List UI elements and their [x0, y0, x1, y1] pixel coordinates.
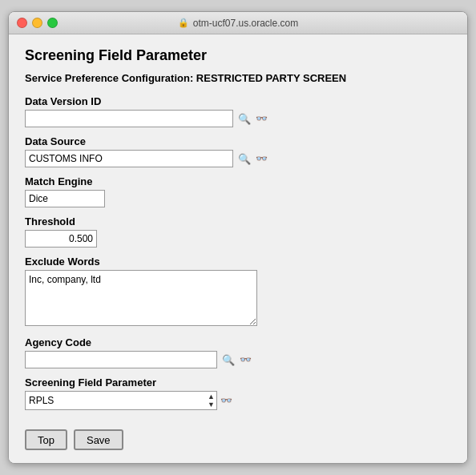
window-title: otm-ucf07.us.oracle.com: [193, 18, 298, 29]
screening-select-wrapper: ▲ ▼: [25, 391, 217, 410]
data-version-id-row: 🔍 👓: [25, 110, 451, 127]
close-button[interactable]: [17, 18, 27, 28]
bottom-buttons: Top Save: [25, 423, 451, 450]
lock-icon: 🔒: [178, 18, 189, 28]
agency-code-label: Agency Code: [25, 336, 451, 348]
exclude-words-label: Exclude Words: [25, 256, 451, 268]
agency-code-search-button[interactable]: 🔍: [220, 354, 236, 366]
main-window: 🔒 otm-ucf07.us.oracle.com Screening Fiel…: [8, 11, 468, 464]
match-engine-row: [25, 190, 451, 207]
exclude-words-textarea[interactable]: [25, 270, 257, 326]
data-version-id-search-button[interactable]: 🔍: [236, 113, 252, 125]
screening-field-parameter-row: ▲ ▼ 👓: [25, 391, 451, 410]
data-source-label: Data Source: [25, 135, 451, 147]
save-button[interactable]: Save: [74, 429, 123, 450]
screening-field-parameter-group: Screening Field Parameter ▲ ▼ 👓: [25, 376, 451, 410]
threshold-label: Threshold: [25, 215, 451, 227]
data-version-id-glasses-icon[interactable]: 👓: [256, 113, 268, 124]
data-source-group: Data Source 🔍 👓: [25, 135, 451, 167]
data-source-input[interactable]: [25, 150, 233, 167]
agency-code-input[interactable]: [25, 351, 217, 368]
title-bar-text: 🔒 otm-ucf07.us.oracle.com: [178, 18, 298, 29]
agency-code-group: Agency Code 🔍 👓: [25, 336, 451, 368]
data-source-row: 🔍 👓: [25, 150, 451, 167]
agency-code-row: 🔍 👓: [25, 351, 451, 368]
screening-field-parameter-label: Screening Field Parameter: [25, 376, 451, 388]
data-version-id-group: Data Version ID 🔍 👓: [25, 95, 451, 127]
minimize-button[interactable]: [32, 18, 42, 28]
match-engine-group: Match Engine: [25, 175, 451, 207]
content-area: Screening Field Parameter Service Prefer…: [9, 34, 467, 463]
threshold-group: Threshold: [25, 215, 451, 248]
screening-field-parameter-input[interactable]: [25, 391, 217, 410]
match-engine-input[interactable]: [25, 190, 105, 207]
screening-glasses-icon[interactable]: 👓: [220, 395, 232, 406]
page-title: Screening Field Parameter: [25, 47, 451, 64]
maximize-button[interactable]: [47, 18, 58, 28]
data-version-id-input[interactable]: [25, 110, 233, 127]
threshold-row: [25, 230, 451, 248]
title-bar: 🔒 otm-ucf07.us.oracle.com: [9, 12, 467, 34]
data-source-search-button[interactable]: 🔍: [236, 153, 252, 165]
data-version-id-label: Data Version ID: [25, 95, 451, 107]
match-engine-label: Match Engine: [25, 175, 451, 187]
data-source-glasses-icon[interactable]: 👓: [256, 153, 268, 164]
top-button[interactable]: Top: [25, 429, 67, 450]
agency-code-glasses-icon[interactable]: 👓: [240, 354, 252, 365]
page-subtitle: Service Preference Configuration: RESTRI…: [25, 72, 451, 84]
exclude-words-group: Exclude Words: [25, 256, 451, 328]
window-controls: [17, 18, 58, 28]
threshold-input[interactable]: [25, 230, 97, 248]
